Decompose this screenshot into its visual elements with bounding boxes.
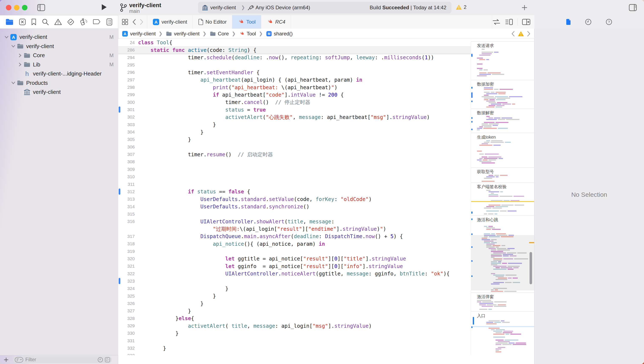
line-number[interactable]: 311 <box>118 182 138 187</box>
code-lines[interactable]: 294 timer.schedule(deadline: .now(), rep… <box>118 54 471 355</box>
line-number[interactable]: 319 <box>118 249 138 254</box>
code-line[interactable]: 298 print("api_heartbeat: \(api_heartbea… <box>118 84 471 91</box>
line-number[interactable]: 313 <box>118 196 138 202</box>
code-line[interactable]: 286 static func active(code: String) { <box>118 46 471 54</box>
code-line[interactable]: 297 api_heartbeat(api_login) { (api_hear… <box>118 76 471 84</box>
code-line[interactable]: 323 <box>118 277 471 285</box>
minimap-section[interactable]: 激活弹窗 <box>471 292 534 312</box>
disclosure-icon[interactable] <box>17 63 23 66</box>
go-back-icon[interactable] <box>132 19 136 25</box>
breadcrumb-item[interactable]: Averify-client <box>122 30 156 37</box>
zoom-window-button[interactable] <box>22 5 28 10</box>
recent-filter-icon[interactable] <box>98 357 103 362</box>
code-line[interactable]: 308 <box>118 158 471 166</box>
debug-navigator-icon[interactable] <box>80 18 88 26</box>
line-number[interactable]: 307 <box>118 152 138 157</box>
scm-status-filter-icon[interactable] <box>105 357 110 362</box>
code-line[interactable]: 326 } <box>118 300 471 307</box>
tree-item-lib[interactable]: LibM <box>0 60 118 70</box>
editor-options-icon[interactable] <box>505 18 513 25</box>
tree-item-core[interactable]: CoreM <box>0 51 118 60</box>
run-destination[interactable]: Any iOS Device (arm64) <box>256 5 310 10</box>
line-number[interactable]: 323 <box>118 278 138 284</box>
line-number[interactable]: 314 <box>118 204 138 209</box>
code-line[interactable]: 310 <box>118 173 471 180</box>
code-line[interactable]: 325 } <box>118 292 471 300</box>
line-number[interactable]: 328 <box>118 316 138 321</box>
tab-tool[interactable]: Tool <box>232 15 261 29</box>
history-inspector-icon[interactable] <box>585 18 592 26</box>
scheme-name[interactable]: verify-client <box>210 5 236 10</box>
breadcrumb-item[interactable]: Core <box>209 31 229 37</box>
line-number[interactable]: 286 <box>118 48 138 52</box>
go-forward-icon[interactable] <box>140 19 144 25</box>
code-line[interactable]: 319 <box>118 248 471 255</box>
line-number[interactable]: 326 <box>118 301 138 306</box>
line-number[interactable]: 330 <box>118 331 138 336</box>
minimap-section[interactable]: 发送请求 <box>471 41 534 80</box>
tab-verify-client[interactable]: Averify-client <box>147 15 193 29</box>
toggle-right-sidebar-icon[interactable] <box>629 4 637 12</box>
previous-issue-icon[interactable] <box>511 31 515 36</box>
bookmark-navigator-icon[interactable] <box>31 18 37 26</box>
line-number[interactable]: 308 <box>118 159 138 164</box>
issue-navigator-icon[interactable] <box>54 18 62 25</box>
code-line[interactable]: 302 activetAlert("心跳失败", message: api_he… <box>118 114 471 121</box>
breadcrumb-item[interactable]: Mshared() <box>266 30 293 37</box>
line-number[interactable]: 304 <box>118 130 138 134</box>
code-line[interactable]: 299 if api_heartbeat["code"].intValue !=… <box>118 91 471 98</box>
code-line[interactable]: 321 let gginfo = api_notice["result"][0]… <box>118 262 471 270</box>
code-line[interactable]: 24class Tool{ <box>118 39 471 46</box>
close-window-button[interactable] <box>6 5 12 10</box>
code-line[interactable]: 333 <box>118 352 471 355</box>
code-line[interactable]: 318 api_notice(){ (api_notice, param) in <box>118 240 471 248</box>
code-line[interactable]: 324 } <box>118 285 471 292</box>
code-line[interactable]: 295 <box>118 61 471 68</box>
code-line[interactable]: 316 UIAlertController.showAlert(title, m… <box>118 218 471 225</box>
code-line[interactable]: 294 timer.schedule(deadline: .now(), rep… <box>118 54 471 61</box>
next-issue-icon[interactable] <box>527 31 530 36</box>
line-number[interactable]: 329 <box>118 323 138 328</box>
add-button[interactable] <box>521 4 528 11</box>
line-number[interactable]: 24 <box>118 40 138 45</box>
code-line[interactable]: 306 <box>118 143 471 150</box>
source-editor[interactable]: 294 timer.schedule(deadline: .now(), rep… <box>118 39 534 355</box>
code-line[interactable]: 328 }else{ <box>118 315 471 322</box>
line-number[interactable]: 320 <box>118 256 138 261</box>
line-number[interactable]: 302 <box>118 114 138 120</box>
code-line[interactable]: 317 DispatchQueue.main.asyncAfter(deadli… <box>118 232 471 240</box>
minimap-section[interactable]: 生成token <box>471 133 534 168</box>
line-number[interactable]: 294 <box>118 55 138 60</box>
code-line[interactable]: 322 UIAlertController.noticeAlert(ggtitl… <box>118 270 471 277</box>
line-number[interactable]: 299 <box>118 92 138 97</box>
line-number[interactable]: 321 <box>118 264 138 269</box>
line-number[interactable]: 300 <box>118 100 138 105</box>
warning-count-badge[interactable]: 2 <box>456 4 467 10</box>
line-number[interactable]: 303 <box>118 122 138 127</box>
disclosure-icon[interactable] <box>10 45 17 48</box>
minimap-section[interactable]: 数据解密 <box>471 108 534 133</box>
run-button[interactable] <box>101 3 107 11</box>
code-review-icon[interactable] <box>492 19 501 25</box>
code-line[interactable]: 332 } <box>118 344 471 352</box>
code-line[interactable]: 314 UserDefaults.standard.synchronize() <box>118 203 471 210</box>
tree-item-verify-client[interactable]: verify-client <box>0 42 118 51</box>
line-number[interactable]: 318 <box>118 241 138 246</box>
code-line[interactable]: "过期时间:\(api_login["result"]["endtime"].s… <box>118 225 471 232</box>
minimap-section[interactable]: 入口 <box>471 312 534 354</box>
code-line[interactable]: 304 } <box>118 128 471 136</box>
code-line[interactable]: 309 <box>118 166 471 173</box>
line-number[interactable]: 298 <box>118 85 138 90</box>
toggle-left-sidebar-icon[interactable] <box>37 4 46 12</box>
project-navigator-icon[interactable] <box>6 18 14 25</box>
open-editors-grid-icon[interactable] <box>122 18 128 25</box>
code-line[interactable]: 296 timer.setEventHandler { <box>118 69 471 76</box>
minimap-section[interactable]: 客户端签名校验 <box>471 182 534 216</box>
code-line[interactable]: 307 timer.resume() // 启动定时器 <box>118 150 471 158</box>
line-number[interactable]: 301 <box>118 107 138 112</box>
code-line[interactable]: 331 <box>118 337 471 344</box>
tree-item-products[interactable]: Products <box>0 78 118 88</box>
line-number[interactable]: 309 <box>118 167 138 172</box>
file-inspector-icon[interactable] <box>566 18 571 25</box>
minimap-section[interactable]: 数据加密 <box>471 80 534 109</box>
